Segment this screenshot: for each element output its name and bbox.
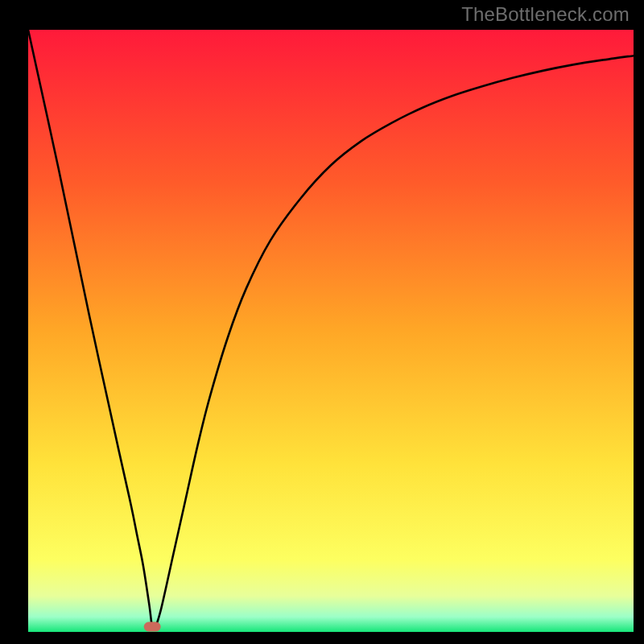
chart-plot-area [28, 30, 634, 632]
chart-svg [0, 0, 644, 644]
bottleneck-chart: TheBottleneck.com [0, 0, 644, 644]
optimal-marker [144, 622, 160, 631]
